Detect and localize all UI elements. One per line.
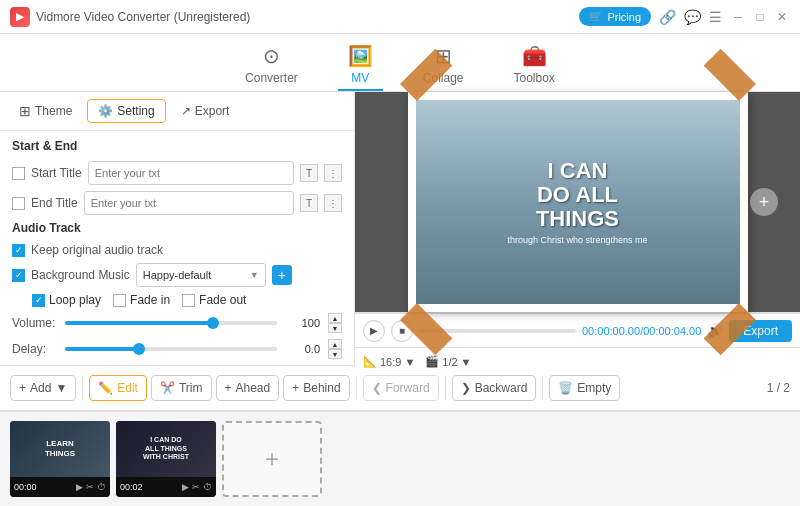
separator-2	[356, 376, 357, 400]
timeline-thumb-0: LEARNTHINGS	[10, 421, 110, 477]
count-arrow-icon: ▼	[461, 356, 472, 368]
add-music-button[interactable]: +	[272, 265, 292, 285]
fade-in-label: Fade in	[130, 293, 170, 307]
cart-icon: 🛒	[589, 10, 603, 23]
tab-toolbox[interactable]: 🧰 Toolbox	[504, 40, 565, 91]
timeline-play-icon-1: ▶	[182, 482, 189, 492]
delay-spinner: ▲ ▼	[328, 339, 342, 359]
timeline: LEARNTHINGS 00:00 ▶ ✂ ⏱ I CAN DOALL THIN…	[0, 411, 800, 506]
end-title-row: End Title T ⋮	[12, 191, 342, 215]
timeline-time-0: 00:00	[14, 482, 37, 492]
bg-music-checkbox[interactable]: ✓	[12, 269, 25, 282]
timeline-cut-icon-1: ✂	[192, 482, 200, 492]
empty-icon: 🗑️	[558, 381, 573, 395]
start-title-row: Start Title T ⋮	[12, 161, 342, 185]
bg-music-dropdown[interactable]: Happy-default ▼	[136, 263, 266, 287]
volume-spinner: ▲ ▼	[328, 313, 342, 333]
edit-button[interactable]: ✏️ Edit	[89, 375, 147, 401]
start-title-text-icon[interactable]: T	[300, 164, 318, 182]
ratio-icon: 📐	[363, 355, 377, 368]
backward-button[interactable]: ❯ Backward	[452, 375, 537, 401]
grid-icon: ⊞	[19, 103, 31, 119]
fade-out-checkbox[interactable]	[182, 294, 195, 307]
subtab-export[interactable]: ↗ Export	[170, 99, 241, 123]
edit-icon: ✏️	[98, 381, 113, 395]
tab-mv[interactable]: 🖼️ MV	[338, 40, 383, 91]
forward-button[interactable]: ❮ Forward	[363, 375, 439, 401]
behind-button[interactable]: + Behind	[283, 375, 349, 401]
ahead-button[interactable]: + Ahead	[216, 375, 280, 401]
add-button[interactable]: + Add ▼	[10, 375, 76, 401]
backward-icon: ❯	[461, 381, 471, 395]
ratio-select[interactable]: 📐 16:9 ▼	[363, 355, 415, 368]
start-title-label: Start Title	[31, 166, 82, 180]
bg-music-label: Background Music	[31, 268, 130, 282]
preview-sub-text: through Christ who strengthens me	[507, 235, 647, 245]
subtab-theme[interactable]: ⊞ Theme	[8, 98, 83, 124]
preview-text: I CAN DO ALL THINGS through Christ who s…	[507, 159, 647, 246]
minimize-button[interactable]: ─	[730, 9, 746, 25]
right-panel: I CAN DO ALL THINGS through Christ who s…	[355, 92, 800, 365]
play-button[interactable]: ▶	[363, 320, 385, 342]
pricing-button[interactable]: 🛒 Pricing	[579, 7, 651, 26]
export-icon: ↗	[181, 104, 191, 118]
timeline-clock-icon-1: ⏱	[203, 482, 212, 492]
preview-main-text-line3: THINGS	[507, 207, 647, 231]
loop-play-checkbox[interactable]: ✓	[32, 294, 45, 307]
start-title-input[interactable]	[88, 161, 294, 185]
timeline-time-1: 00:02	[120, 482, 143, 492]
timeline-item-1[interactable]: I CAN DOALL THINGSWITH CHRIST 00:02 ▶ ✂ …	[116, 421, 216, 497]
timeline-add-icon: +	[265, 445, 279, 473]
start-title-adjust-icon[interactable]: ⋮	[324, 164, 342, 182]
close-button[interactable]: ✕	[774, 9, 790, 25]
volume-row: Volume: 100 ▲ ▼	[12, 313, 342, 333]
add-dropdown-icon: ▼	[55, 381, 67, 395]
ratio-arrow-icon: ▼	[404, 356, 415, 368]
sub-tabs: ⊞ Theme ⚙️ Setting ↗ Export	[0, 92, 354, 131]
timeline-item-0[interactable]: LEARNTHINGS 00:00 ▶ ✂ ⏱	[10, 421, 110, 497]
chat-icon[interactable]: 💬	[684, 9, 701, 25]
keep-audio-row: ✓ Keep original audio track	[12, 243, 342, 257]
empty-button[interactable]: 🗑️ Empty	[549, 375, 620, 401]
maximize-button[interactable]: □	[752, 9, 768, 25]
delay-down-button[interactable]: ▼	[328, 349, 342, 359]
volume-down-button[interactable]: ▼	[328, 323, 342, 333]
menu-icon[interactable]: ☰	[709, 9, 722, 25]
volume-up-button[interactable]: ▲	[328, 313, 342, 323]
timeline-icons-1: ▶ ✂ ⏱	[182, 482, 212, 492]
title-bar-right: 🛒 Pricing 🔗 💬 ☰ ─ □ ✕	[579, 7, 790, 26]
link-icon[interactable]: 🔗	[659, 9, 676, 25]
separator-3	[445, 376, 446, 400]
end-title-checkbox[interactable]	[12, 197, 25, 210]
end-title-adjust-icon[interactable]: ⋮	[324, 194, 342, 212]
keep-audio-checkbox[interactable]: ✓	[12, 244, 25, 257]
count-select[interactable]: 🎬 1/2 ▼	[425, 355, 471, 368]
mv-icon: 🖼️	[348, 44, 373, 68]
trim-button[interactable]: ✂️ Trim	[151, 375, 212, 401]
separator-4	[542, 376, 543, 400]
preview-area: I CAN DO ALL THINGS through Christ who s…	[355, 92, 800, 312]
title-bar: ▶ Vidmore Video Converter (Unregistered)…	[0, 0, 800, 34]
end-title-input[interactable]	[84, 191, 294, 215]
page-count: 1 / 2	[767, 381, 790, 395]
left-panel: ⊞ Theme ⚙️ Setting ↗ Export Start & End …	[0, 92, 355, 365]
timeline-add-button[interactable]: +	[222, 421, 322, 497]
start-end-title: Start & End	[12, 139, 342, 153]
delay-up-button[interactable]: ▲	[328, 339, 342, 349]
toolbox-icon: 🧰	[522, 44, 547, 68]
volume-slider-track[interactable]	[65, 321, 277, 325]
ahead-icon: +	[225, 381, 232, 395]
end-title-text-icon[interactable]: T	[300, 194, 318, 212]
add-media-button[interactable]: +	[750, 188, 778, 216]
preview-inner: I CAN DO ALL THINGS through Christ who s…	[416, 100, 740, 304]
delay-slider-track[interactable]	[65, 347, 277, 351]
subtab-setting[interactable]: ⚙️ Setting	[87, 99, 165, 123]
tab-converter[interactable]: ⊙ Converter	[235, 40, 308, 91]
start-title-checkbox[interactable]	[12, 167, 25, 180]
app-title: Vidmore Video Converter (Unregistered)	[36, 10, 250, 24]
add-icon: +	[19, 381, 26, 395]
title-bar-left: ▶ Vidmore Video Converter (Unregistered)	[10, 7, 250, 27]
fade-in-checkbox[interactable]	[113, 294, 126, 307]
window-controls: ─ □ ✕	[730, 9, 790, 25]
ratio-bar: 📐 16:9 ▼ 🎬 1/2 ▼	[355, 347, 800, 375]
